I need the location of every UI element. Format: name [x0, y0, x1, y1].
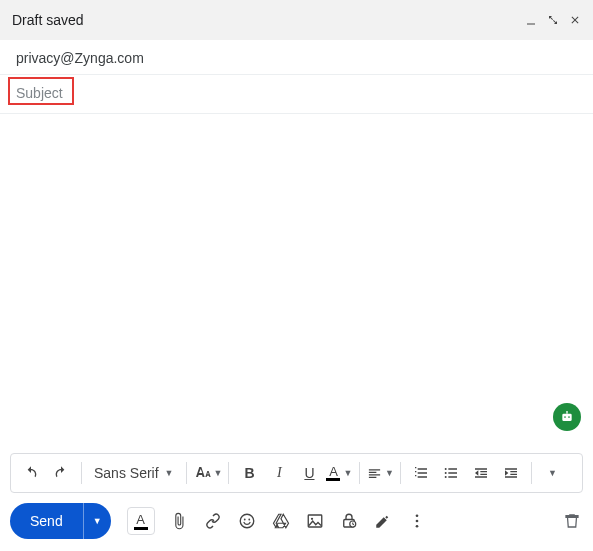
formatting-toolbar: Sans Serif ▼ ▼ B I U A ▼ ▼ ▼: [10, 453, 583, 493]
svg-point-6: [445, 476, 447, 478]
formatting-options-button[interactable]: A: [127, 507, 155, 535]
recipients-field[interactable]: privacy@Zynga.com: [0, 40, 593, 75]
separator: [359, 462, 360, 484]
bottom-toolbar: Send ▼ A: [10, 501, 583, 541]
svg-point-9: [248, 519, 250, 521]
more-formatting-icon[interactable]: ▼: [538, 459, 566, 487]
subject-input[interactable]: [10, 81, 583, 105]
message-body[interactable]: [0, 114, 593, 424]
svg-point-15: [415, 520, 418, 523]
svg-rect-10: [308, 515, 322, 527]
font-family-label: Sans Serif: [94, 465, 159, 481]
indent-increase-icon[interactable]: [497, 459, 525, 487]
chevron-down-icon: ▼: [343, 468, 352, 478]
font-family-select[interactable]: Sans Serif ▼: [88, 465, 180, 481]
separator: [531, 462, 532, 484]
chevron-down-icon: ▼: [165, 468, 174, 478]
drive-icon[interactable]: [271, 511, 291, 531]
font-size-icon[interactable]: ▼: [193, 459, 223, 487]
italic-button[interactable]: I: [265, 459, 293, 487]
send-button[interactable]: Send: [10, 503, 83, 539]
fullscreen-icon[interactable]: [547, 14, 559, 26]
close-icon[interactable]: [569, 14, 581, 26]
svg-point-14: [415, 514, 418, 517]
svg-point-5: [445, 472, 447, 474]
confidential-icon[interactable]: [339, 511, 359, 531]
header-title: Draft saved: [12, 12, 525, 28]
send-group: Send ▼: [10, 503, 111, 539]
color-bar: [134, 527, 148, 530]
image-icon[interactable]: [305, 511, 325, 531]
minimize-icon[interactable]: [525, 14, 537, 26]
link-icon[interactable]: [203, 511, 223, 531]
svg-point-1: [564, 416, 566, 418]
chevron-down-icon: ▼: [385, 468, 394, 478]
signature-icon[interactable]: [373, 511, 393, 531]
svg-rect-0: [562, 414, 571, 421]
undo-icon[interactable]: [17, 459, 45, 487]
svg-rect-3: [566, 411, 567, 414]
subject-row: [0, 75, 593, 114]
separator: [186, 462, 187, 484]
text-color-button[interactable]: A ▼: [325, 459, 353, 487]
assistant-icon[interactable]: [553, 403, 581, 431]
send-options-button[interactable]: ▼: [83, 503, 111, 539]
bold-button[interactable]: B: [235, 459, 263, 487]
svg-point-2: [568, 416, 570, 418]
emoji-icon[interactable]: [237, 511, 257, 531]
svg-point-8: [244, 519, 246, 521]
svg-point-4: [445, 468, 447, 470]
more-options-icon[interactable]: [407, 511, 427, 531]
underline-button[interactable]: U: [295, 459, 323, 487]
separator: [81, 462, 82, 484]
svg-point-11: [311, 518, 313, 520]
compose-header: Draft saved: [0, 0, 593, 40]
recipient-chip: privacy@Zynga.com: [16, 50, 144, 66]
separator: [400, 462, 401, 484]
indent-decrease-icon[interactable]: [467, 459, 495, 487]
redo-icon[interactable]: [47, 459, 75, 487]
align-button[interactable]: ▼: [366, 459, 394, 487]
chevron-down-icon: ▼: [214, 468, 223, 478]
chevron-down-icon: ▼: [548, 468, 557, 478]
attach-icon[interactable]: [169, 511, 189, 531]
numbered-list-icon[interactable]: [407, 459, 435, 487]
chevron-down-icon: ▼: [93, 516, 102, 526]
color-bar: [326, 478, 340, 481]
separator: [228, 462, 229, 484]
svg-point-7: [240, 514, 254, 528]
svg-point-16: [415, 525, 418, 528]
trash-icon[interactable]: [561, 510, 583, 532]
bulleted-list-icon[interactable]: [437, 459, 465, 487]
